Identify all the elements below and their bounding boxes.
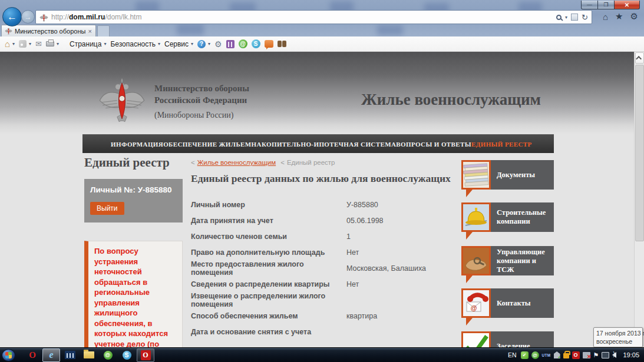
taskbar-opera[interactable]: O bbox=[24, 348, 41, 362]
lock-icon[interactable] bbox=[563, 353, 569, 358]
search-icon[interactable] bbox=[556, 15, 562, 20]
settings-tool-button[interactable]: ⚙ bbox=[214, 39, 222, 49]
row-label: Личный номер bbox=[191, 201, 346, 209]
usb-device-icon[interactable] bbox=[554, 351, 560, 358]
network-error-icon[interactable] bbox=[583, 352, 590, 358]
back-button[interactable]: ← bbox=[2, 7, 22, 26]
taskbar-explorer[interactable] bbox=[80, 348, 98, 362]
tile-label: Документы bbox=[491, 160, 554, 190]
speaker-icon[interactable] bbox=[612, 352, 616, 358]
start-button[interactable] bbox=[2, 349, 15, 361]
sidebar-button-contacts[interactable]: Контакты bbox=[461, 288, 554, 326]
ministry-name: Министерство обороны Российской Федераци… bbox=[154, 82, 249, 121]
service-menu[interactable]: Сервис▾ bbox=[164, 40, 193, 48]
help-icon: ? bbox=[197, 40, 206, 48]
row-value: 05.06.1998 bbox=[346, 217, 456, 225]
translate-tool-button[interactable]: S bbox=[252, 39, 260, 48]
print-menu-button[interactable]: ▾ bbox=[46, 41, 59, 47]
forward-button[interactable]: → bbox=[21, 10, 35, 24]
tile-tail bbox=[466, 232, 473, 240]
nav-item-mortgage-system[interactable]: НАКОПИТЕЛЬНО-ИПОТЕЧНАЯ СИСТЕМА bbox=[252, 141, 397, 148]
windows-flag-icon bbox=[5, 352, 12, 358]
sidebar-button-construction[interactable]: Строительные компании bbox=[461, 202, 554, 240]
nav-item-housing[interactable]: ОБЕСПЕЧЕНИЕ ЖИЛЬЕМ bbox=[163, 141, 251, 148]
maximize-button[interactable]: ❐ bbox=[598, 1, 615, 9]
rss-menu-button[interactable]: ▾ bbox=[19, 40, 31, 48]
taskbar-skype[interactable]: S bbox=[118, 348, 136, 362]
close-button[interactable]: ✕ bbox=[615, 1, 640, 9]
row-value: У-885880 bbox=[346, 201, 456, 209]
taskbar-internet-explorer[interactable]: e bbox=[42, 348, 60, 362]
icq-icon: @ bbox=[104, 351, 113, 360]
tile-tail bbox=[466, 318, 473, 326]
warning-text: По вопросу устранения неточностей обраща… bbox=[94, 246, 177, 347]
screen: — ❐ ✕ ← → http://dom.mil.ru/dom/lk.htm ▾… bbox=[0, 0, 644, 362]
logout-button[interactable]: Выйти bbox=[90, 202, 124, 215]
org-line2: Российской Федерации bbox=[154, 94, 249, 106]
taskbar-app[interactable] bbox=[61, 348, 79, 362]
refresh-icon[interactable]: ↻ bbox=[582, 13, 588, 22]
home-icon[interactable]: ⌂ bbox=[603, 12, 608, 22]
sidebar-button-movein[interactable]: Заселение bbox=[461, 331, 554, 347]
chat-tool-button[interactable] bbox=[265, 40, 273, 48]
page-menu[interactable]: Страница▾ bbox=[70, 40, 106, 48]
sidebar-button-management[interactable]: Управляющие компании и ТСЖ bbox=[461, 246, 554, 283]
breadcrumb-link-housing[interactable]: Жилье военнослужащим bbox=[197, 159, 276, 166]
nav-item-questions[interactable]: ВОПРОСЫ И ОТВЕТЫ bbox=[396, 141, 471, 148]
utm-icon[interactable]: UTM bbox=[542, 353, 551, 357]
find-tool-button[interactable] bbox=[278, 41, 286, 47]
page-viewport: Министерство обороны Российской Федераци… bbox=[0, 52, 634, 347]
tile-label: Контакты bbox=[491, 288, 554, 318]
icq-tool-button[interactable]: @ bbox=[239, 39, 247, 48]
table-row: Место предоставления жилого помещенияМос… bbox=[191, 260, 456, 276]
building-app-icon bbox=[65, 351, 75, 359]
new-tab-button[interactable] bbox=[97, 25, 110, 36]
taskbar-icq[interactable]: @ bbox=[99, 348, 117, 362]
checkmark-photo-icon bbox=[461, 331, 491, 347]
taskbar-opera-running[interactable]: O bbox=[137, 348, 154, 362]
nav-item-information[interactable]: ИНФОРМАЦИЯ bbox=[111, 141, 163, 148]
home-menu-button[interactable]: ⌂▾ bbox=[5, 39, 15, 49]
tab-row: Министерство обороны Р... × bbox=[0, 25, 644, 36]
construction-photo-icon bbox=[461, 202, 491, 232]
row-label: Дата принятия на учет bbox=[191, 217, 346, 225]
nav-item-registry[interactable]: ЕДИНЫЙ РЕЕСТР bbox=[471, 141, 532, 148]
stats-tool-button[interactable] bbox=[226, 40, 235, 48]
opera-icon: O bbox=[141, 350, 151, 360]
vertical-scrollbar[interactable] bbox=[634, 52, 644, 347]
icq-tray-icon[interactable]: @ bbox=[531, 351, 539, 359]
settings-gear-icon[interactable]: ⚙ bbox=[630, 11, 638, 22]
search-dropdown-icon[interactable]: ▾ bbox=[565, 15, 567, 20]
compatibility-view-icon[interactable] bbox=[571, 14, 578, 21]
antivirus-icon[interactable]: ✔ bbox=[521, 351, 529, 359]
address-bar[interactable]: http://dom.mil.ru/dom/lk.htm ▾ ↻ bbox=[35, 10, 592, 24]
ie-icon: e bbox=[49, 350, 53, 360]
contacts-photo-icon bbox=[461, 288, 491, 318]
browser-tab[interactable]: Министерство обороны Р... × bbox=[1, 25, 96, 36]
org-line1: Министерство обороны bbox=[154, 82, 249, 94]
help-menu-button[interactable]: ?▾ bbox=[197, 40, 210, 48]
registry-data-table: Личный номерУ-885880 Дата принятия на уч… bbox=[191, 197, 456, 340]
sidebar-button-documents[interactable]: Документы bbox=[461, 160, 554, 197]
table-row: Право на дополнительную площадьНет bbox=[191, 244, 456, 260]
tab-close-icon[interactable]: × bbox=[88, 28, 93, 35]
read-mail-button[interactable]: ✉ bbox=[35, 39, 42, 48]
url-text[interactable]: http://dom.mil.ru/dom/lk.htm bbox=[51, 13, 556, 21]
printer-icon bbox=[46, 41, 54, 47]
date-tooltip: 17 ноября 2013 г. воскресенье bbox=[593, 327, 643, 347]
minimize-button[interactable]: — bbox=[581, 1, 598, 9]
breadcrumb-sep: < bbox=[191, 159, 195, 166]
language-indicator[interactable]: EN bbox=[508, 351, 517, 358]
action-center-flag-icon[interactable]: ⚑ bbox=[593, 351, 599, 359]
scroll-up-button[interactable] bbox=[635, 52, 644, 64]
network-icon[interactable] bbox=[602, 352, 609, 358]
warning-box: По вопросу устранения неточностей обраща… bbox=[84, 241, 183, 347]
scrollbar-thumb[interactable] bbox=[635, 65, 644, 241]
keys-photo-icon bbox=[461, 246, 491, 275]
icq-icon: @ bbox=[239, 39, 247, 48]
opera-tray-icon[interactable]: O bbox=[572, 351, 580, 359]
favorites-star-icon[interactable]: ★ bbox=[615, 11, 623, 22]
tile-label: Заселение bbox=[491, 331, 554, 347]
taskbar-clock[interactable]: 19:05 bbox=[623, 351, 639, 358]
security-menu[interactable]: Безопасность▾ bbox=[110, 40, 160, 48]
